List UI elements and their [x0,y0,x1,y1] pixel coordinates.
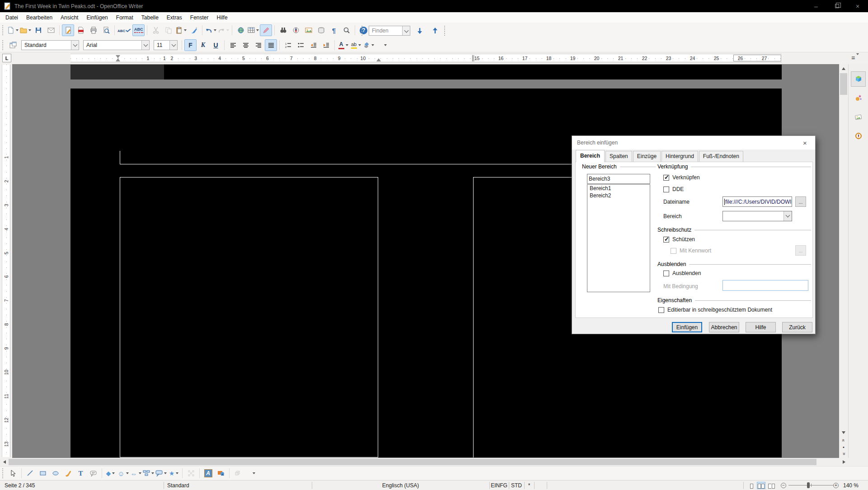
horizontal-scrollbar-thumb[interactable] [9,459,816,465]
first-line-indent-marker[interactable] [116,55,120,61]
insert-picture-icon[interactable] [215,467,227,479]
highlighting-button[interactable]: ab [350,39,362,51]
export-pdf-icon[interactable] [75,24,87,36]
font-name-dropdown-icon[interactable] [141,41,149,50]
numbered-list-icon[interactable]: 12 [282,39,294,51]
multi-page-view-icon[interactable] [757,482,765,489]
navigator-icon[interactable] [290,24,302,36]
page-number-status[interactable]: Seite 2 / 345 [5,482,35,489]
section-list-item[interactable]: Bereich2 [587,192,650,199]
zoom-icon[interactable] [340,24,352,36]
section-select-dropdown-icon[interactable] [784,211,792,221]
zoom-slider-thumb[interactable] [807,482,810,488]
hide-checkbox[interactable] [663,271,669,276]
tab-fussendnoten[interactable]: Fuß-/Endnoten [699,151,743,162]
tab-stop-selector[interactable]: L [2,54,11,62]
format-paintbrush-icon[interactable] [188,24,200,36]
italic-toggle[interactable]: K [197,39,209,51]
editable-checkbox[interactable] [658,307,664,313]
bold-toggle[interactable]: F [184,39,197,51]
fontwork-icon[interactable]: A [202,467,214,479]
section-list-item[interactable]: Bereich1 [587,185,650,192]
undo-button[interactable] [205,24,217,36]
tab-spalten[interactable]: Spalten [605,151,632,162]
filename-input[interactable]: file:///C:/Users/DIVID/DOWI [723,196,792,207]
minimize-icon[interactable]: – [806,0,826,12]
find-toolbar-drag-handle[interactable] [361,26,363,36]
find-history-dropdown-icon[interactable] [402,26,410,35]
paste-button[interactable] [175,24,187,36]
help-button[interactable]: Hilfe [746,322,776,332]
menu-item[interactable]: Ansicht [56,13,82,23]
paragraph-style-dropdown-icon[interactable] [71,41,79,50]
scroll-up-icon[interactable] [839,64,848,73]
zoom-out-icon[interactable]: − [781,483,786,488]
zoom-in-icon[interactable]: + [833,483,839,488]
text-box-tool-icon[interactable]: T [75,467,87,479]
dialog-title-bar[interactable]: Bereich einfügen [572,136,815,149]
cancel-button[interactable]: Abbrechen [709,322,739,332]
email-icon[interactable] [45,24,57,36]
vertical-scrollbar-thumb[interactable] [840,73,847,95]
zoom-level-status[interactable]: 140 % [843,482,859,489]
drawbar-overflow-button[interactable] [247,467,259,479]
font-color-button[interactable]: A [337,39,349,51]
save-icon[interactable] [32,24,44,36]
select-tool-icon[interactable] [7,467,19,479]
condition-input[interactable] [723,280,808,291]
auto-spellcheck-toggle[interactable]: ABC [132,24,145,36]
horizontal-scrollbar[interactable] [0,458,848,466]
scroll-right-icon[interactable] [840,458,848,466]
find-previous-button[interactable] [429,25,441,37]
flowchart-button[interactable] [142,467,155,479]
menu-item[interactable]: Datei [1,13,22,23]
gallery-icon[interactable] [302,24,314,36]
scroll-down-icon[interactable] [839,428,848,437]
previous-page-button[interactable]: « [840,437,848,443]
insert-mode-status[interactable]: EINFG [489,482,509,489]
decrease-indent-icon[interactable] [307,39,319,51]
background-color-button[interactable] [362,39,375,51]
paragraph-style-combo[interactable]: Standard [21,40,79,50]
page-style-status[interactable]: Standard [167,482,189,489]
line-tool-icon[interactable] [24,467,36,479]
menu-item[interactable]: Extras [163,13,186,23]
align-left-icon[interactable] [227,39,239,51]
close-icon[interactable]: × [847,0,868,12]
align-right-icon[interactable] [252,39,264,51]
block-arrows-button[interactable]: ⇔ [130,467,142,479]
dialog-close-icon[interactable]: × [795,136,815,149]
menu-item[interactable]: Bearbeiten [22,13,56,23]
print-preview-icon[interactable] [100,24,112,36]
find-input[interactable]: Finden [369,26,410,36]
language-status[interactable]: Englisch (USA) [312,482,489,489]
menu-item[interactable]: Hilfe [213,13,232,23]
text-animation-icon[interactable] [87,467,99,479]
toolbar-overflow-button[interactable] [379,39,391,51]
navigation-button[interactable]: • [840,444,848,450]
print-icon[interactable] [87,24,99,36]
find-replace-icon[interactable] [277,24,289,36]
dde-checkbox[interactable] [663,187,669,192]
bullet-list-icon[interactable] [295,39,307,51]
tab-einzuege[interactable]: Einzüge [633,151,661,162]
styles-panel-icon[interactable] [7,39,19,51]
scroll-left-icon[interactable] [0,458,9,466]
stars-button[interactable]: ★ [168,467,180,479]
right-indent-marker[interactable] [376,58,381,61]
sidebar-properties-icon[interactable] [851,71,866,87]
menu-item[interactable]: Format [112,13,137,23]
draw-functions-toggle[interactable] [260,24,272,36]
justify-toggle[interactable] [265,39,277,51]
hyperlink-icon[interactable] [235,24,247,36]
find-next-button[interactable] [413,25,426,37]
vertical-scrollbar[interactable]: « • « [839,64,848,458]
font-size-combo[interactable]: 11 [154,40,178,50]
data-sources-icon[interactable] [315,24,327,36]
back-button[interactable]: Zurück [782,322,812,332]
sidebar-navigator-icon[interactable] [851,128,866,144]
edit-mode-toggle[interactable] [62,24,74,36]
column-boundary-marker[interactable] [472,55,474,61]
new-document-button[interactable] [7,24,19,36]
link-checkbox[interactable] [663,175,669,181]
